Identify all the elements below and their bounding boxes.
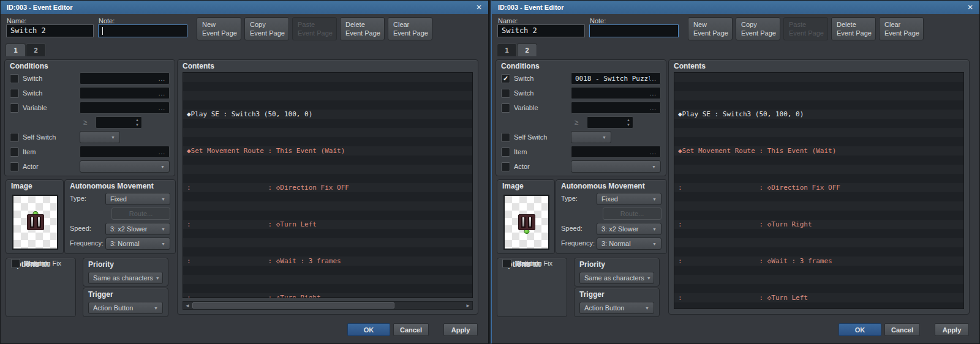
scroll-left-icon[interactable]: ◄ (183, 302, 192, 309)
note-input[interactable] (589, 24, 679, 37)
variable-field[interactable]: ... (571, 102, 661, 114)
close-icon[interactable]: ✕ (476, 3, 482, 12)
variable-checkbox[interactable] (501, 103, 510, 113)
switch2-field[interactable]: ... (80, 87, 170, 99)
spinner-arrows-icon[interactable] (627, 118, 630, 127)
scrollbar-thumb[interactable] (192, 302, 394, 308)
self-switch-checkbox[interactable] (10, 133, 19, 142)
conditions-panel: Conditions Switch ... Switch ... Var (4, 59, 175, 176)
switch1-field[interactable]: ... (80, 72, 170, 84)
speed-dropdown[interactable]: 3: x2 Slower (105, 223, 170, 235)
event-page-button[interactable]: New Event Page (197, 17, 241, 40)
speed-label: Speed: (70, 225, 91, 232)
close-icon[interactable]: ✕ (967, 3, 973, 12)
item-field[interactable]: ... (80, 146, 170, 158)
page-tab[interactable]: 1 (497, 43, 517, 56)
actor-checkbox[interactable] (10, 162, 19, 171)
event-command-line[interactable]: ◆Play SE : Switch3 (50, 100, 0) (674, 110, 963, 119)
ok-button[interactable]: OK (347, 323, 390, 336)
name-input[interactable]: Switch 2 (6, 24, 94, 37)
event-command-line[interactable]: ◆Set Movement Route : This Event (Wait) (183, 146, 472, 155)
condition-row-switch1: Switch ... (10, 72, 170, 84)
event-command-list[interactable]: ◆Play SE : Switch3 (50, 100, 0) ◆Set Mov… (674, 72, 964, 309)
movement-type-dropdown[interactable]: Fixed (597, 193, 662, 205)
event-page-button[interactable]: Delete Event Page (831, 17, 876, 40)
ok-button[interactable]: OK (839, 323, 881, 336)
event-editor-window-left: ID:003 - Event Editor ✕ Name: Switch 2 N… (0, 0, 489, 344)
switch1-checkbox[interactable] (10, 74, 19, 83)
item-field[interactable]: ... (571, 146, 661, 158)
apply-button[interactable]: Apply (935, 323, 969, 336)
event-page-button[interactable]: Copy Event Page (736, 17, 780, 40)
name-value: Switch 2 (10, 25, 46, 37)
event-command-line[interactable]: ◆Play SE : Switch3 (50, 100, 0) (183, 110, 472, 119)
movement-type-dropdown[interactable]: Fixed (105, 193, 170, 205)
event-page-button[interactable]: Delete Event Page (340, 17, 385, 40)
horizontal-scrollbar[interactable]: ◄ ► (183, 301, 473, 310)
event-command-line[interactable]: ◆Set Movement Route : This Event (Wait) (674, 146, 963, 155)
switch1-field[interactable]: 0018 - Switch Puzzle 2 ... (571, 72, 661, 84)
frequency-dropdown[interactable]: 3: Normal (105, 237, 170, 250)
actor-checkbox[interactable] (501, 162, 510, 171)
character-image-picker[interactable] (12, 195, 58, 250)
cancel-button[interactable]: Cancel (393, 323, 429, 336)
page-tab[interactable]: 2 (517, 43, 537, 56)
item-checkbox[interactable] (10, 148, 19, 157)
priority-value: Same as characters (93, 274, 153, 282)
actor-dropdown[interactable] (571, 160, 661, 173)
trigger-dropdown[interactable]: Action Button (88, 302, 163, 314)
note-input[interactable] (98, 24, 187, 37)
event-command-list[interactable]: ◆Play SE : Switch3 (50, 100, 0) ◆Set Mov… (183, 72, 473, 298)
title-bar[interactable]: ID:003 - Event Editor ✕ (492, 1, 979, 14)
event-page-button[interactable]: Paste Event Page (292, 17, 337, 40)
title-bar[interactable]: ID:003 - Event Editor ✕ (1, 1, 488, 14)
priority-dropdown[interactable]: Same as characters (88, 272, 163, 284)
priority-dropdown[interactable]: Same as characters (579, 272, 654, 284)
frequency-dropdown[interactable]: 3: Normal (597, 237, 662, 250)
scroll-right-icon[interactable]: ► (464, 302, 472, 309)
page-tab[interactable]: 2 (26, 43, 46, 56)
variable-checkbox[interactable] (10, 103, 19, 113)
variable-amount-spinner[interactable] (96, 116, 142, 129)
name-label: Name: (498, 17, 518, 24)
self-switch-dropdown[interactable] (571, 131, 611, 143)
self-switch-checkbox[interactable] (501, 133, 510, 142)
event-command-line[interactable]: : : ◇Turn Left (183, 220, 472, 229)
cancel-button[interactable]: Cancel (884, 323, 920, 336)
event-page-button[interactable]: Paste Event Page (783, 17, 828, 40)
option-checkbox[interactable] (502, 259, 511, 268)
event-command-line[interactable]: : : ◇Direction Fix OFF (183, 183, 472, 192)
switch2-checkbox[interactable] (10, 89, 19, 98)
event-command-line[interactable]: : : ◇Wait : 3 frames (674, 256, 963, 266)
character-image-picker[interactable] (503, 195, 549, 250)
event-command-line[interactable]: : : ◇Turn Right (674, 220, 963, 229)
event-page-button[interactable]: Clear Event Page (879, 17, 924, 40)
switch2-field[interactable]: ... (571, 87, 661, 99)
event-command-line[interactable]: : : ◇Wait : 3 frames (183, 256, 472, 266)
button-label-line2: Event Page (202, 29, 241, 37)
event-command-line[interactable]: : : ◇Direction Fix OFF (674, 183, 963, 192)
variable-amount-spinner[interactable] (587, 116, 633, 129)
condition-row-self-switch: Self Switch (501, 131, 661, 143)
item-label: Item (514, 148, 527, 155)
apply-button[interactable]: Apply (443, 323, 478, 336)
event-page-button[interactable]: Clear Event Page (388, 17, 432, 40)
page-tab[interactable]: 1 (6, 43, 26, 56)
event-command-line[interactable]: : : ◇Turn Left (674, 293, 963, 302)
spinner-arrows-icon[interactable] (135, 118, 139, 127)
ellipsis-icon: ... (159, 149, 165, 155)
actor-dropdown[interactable] (80, 160, 170, 173)
speed-dropdown[interactable]: 3: x2 Slower (597, 223, 662, 235)
event-page-button[interactable]: New Event Page (688, 17, 733, 40)
item-checkbox[interactable] (501, 148, 510, 157)
trigger-dropdown[interactable]: Action Button (579, 302, 654, 314)
variable-field[interactable]: ... (80, 102, 170, 114)
switch2-checkbox[interactable] (501, 89, 510, 98)
switch1-checkbox[interactable]: ✓ (501, 74, 510, 83)
name-input[interactable]: Switch 2 (497, 24, 585, 37)
event-command-line[interactable]: : : ◇Turn Right (183, 293, 472, 298)
option-checkbox[interactable] (11, 259, 20, 268)
event-page-button[interactable]: Copy Event Page (244, 17, 289, 40)
route-button: Route... (111, 208, 170, 220)
self-switch-dropdown[interactable] (80, 131, 120, 143)
